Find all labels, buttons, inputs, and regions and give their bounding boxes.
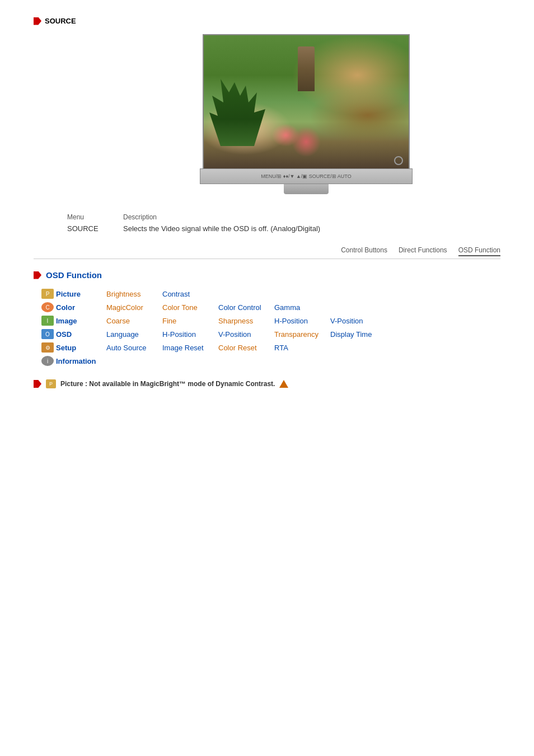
table-source-desc: Selects the Video signal while the OSD i… — [123, 223, 337, 235]
osd-icon-cell-osd: O — [39, 329, 56, 339]
osd-icon: O — [41, 329, 54, 339]
osd-header: OSD Function — [34, 270, 500, 280]
table-desc-header: Description — [123, 211, 337, 223]
osd-grid: P Picture Brightness Contrast C Color Ma… — [39, 289, 500, 366]
osd-category-picture[interactable]: Picture — [56, 290, 106, 298]
osd-item-rta[interactable]: RTA — [274, 344, 330, 352]
osd-item-displaytime[interactable]: Display Time — [330, 330, 386, 339]
osd-category-osd[interactable]: OSD — [56, 330, 106, 339]
setup-icon: ⚙ — [41, 342, 54, 353]
osd-item-coarse[interactable]: Coarse — [106, 317, 162, 325]
source-label: SOURCE — [45, 17, 76, 25]
color-icon: C — [41, 302, 54, 312]
osd-item-transparency[interactable]: Transparency — [274, 330, 330, 339]
tab-osd-function[interactable]: OSD Function — [458, 246, 500, 256]
tab-control-buttons[interactable]: Control Buttons — [341, 246, 387, 256]
note-warning-icon — [279, 380, 288, 388]
osd-icon-cell-setup: ⚙ — [39, 342, 56, 353]
source-header: SOURCE — [34, 17, 500, 25]
osd-row-color: C Color MagicColor Color Tone Color Cont… — [39, 302, 500, 312]
osd-item-brightness[interactable]: Brightness — [106, 290, 162, 298]
osd-item-autosource[interactable]: Auto Source — [106, 344, 162, 352]
osd-items-image: Coarse Fine Sharpness H-Position V-Posit… — [106, 317, 386, 325]
table-menu-header: Menu — [67, 211, 123, 223]
osd-item-hposition-osd[interactable]: H-Position — [162, 330, 218, 339]
osd-icon-cell-picture: P — [39, 289, 56, 299]
osd-item-hposition-image[interactable]: H-Position — [274, 317, 330, 325]
osd-item-magiccolor[interactable]: MagicColor — [106, 303, 162, 312]
osd-items-color: MagicColor Color Tone Color Control Gamm… — [106, 303, 330, 312]
description-table: Menu Description SOURCE Selects the Vide… — [67, 211, 500, 235]
osd-item-contrast[interactable]: Contrast — [162, 290, 218, 298]
note-arrow-icon — [34, 380, 41, 388]
osd-title: OSD Function — [46, 270, 102, 280]
osd-row-image: I Image Coarse Fine Sharpness H-Position… — [39, 316, 500, 326]
osd-items-picture: Brightness Contrast — [106, 290, 218, 298]
osd-item-fine[interactable]: Fine — [162, 317, 218, 325]
osd-row-osd: O OSD Language H-Position V-Position Tra… — [39, 329, 500, 339]
osd-arrow-icon — [34, 271, 41, 279]
monitor-stand — [284, 184, 329, 194]
info-icon: i — [41, 356, 54, 366]
osd-category-setup[interactable]: Setup — [56, 344, 106, 352]
picture-icon: P — [41, 289, 54, 299]
osd-category-image[interactable]: Image — [56, 317, 106, 325]
osd-item-colorreset[interactable]: Color Reset — [218, 344, 274, 352]
osd-category-information[interactable]: Information — [56, 357, 106, 365]
tab-direct-functions[interactable]: Direct Functions — [399, 246, 447, 256]
osd-item-sharpness[interactable]: Sharpness — [218, 317, 274, 325]
osd-section: OSD Function P Picture Brightness Contra… — [34, 270, 500, 366]
osd-item-imagereset[interactable]: Image Reset — [162, 344, 218, 352]
monitor-image: MENU/⊞ ♦♦/▼ ▲/▣ SOURCE/⊞ AUTO — [112, 34, 500, 194]
nav-tabs: Control Buttons Direct Functions OSD Fun… — [34, 246, 500, 259]
osd-item-language[interactable]: Language — [106, 330, 162, 339]
osd-row-information: i Information — [39, 356, 500, 366]
note-picture-icon: P — [46, 379, 56, 388]
table-source-label: SOURCE — [67, 223, 123, 235]
osd-icon-cell-image: I — [39, 316, 56, 326]
note-section: P Picture : Not available in MagicBright… — [34, 379, 500, 388]
source-arrow-icon — [34, 17, 41, 25]
monitor-buttons-label: MENU/⊞ ♦♦/▼ ▲/▣ SOURCE/⊞ AUTO — [261, 173, 351, 179]
osd-item-vposition-osd[interactable]: V-Position — [218, 330, 274, 339]
monitor-screen — [203, 34, 410, 168]
osd-items-setup: Auto Source Image Reset Color Reset RTA — [106, 344, 330, 352]
image-icon: I — [41, 316, 54, 326]
osd-item-vposition-image[interactable]: V-Position — [330, 317, 386, 325]
osd-icon-cell-info: i — [39, 356, 56, 366]
monitor-base: MENU/⊞ ♦♦/▼ ▲/▣ SOURCE/⊞ AUTO — [200, 168, 413, 184]
osd-item-colorcontrol[interactable]: Color Control — [218, 303, 274, 312]
monitor-trees-decoration — [209, 79, 265, 146]
osd-category-color[interactable]: Color — [56, 303, 106, 312]
osd-icon-cell-color: C — [39, 302, 56, 312]
osd-row-setup: ⚙ Setup Auto Source Image Reset Color Re… — [39, 342, 500, 353]
osd-items-osd: Language H-Position V-Position Transpare… — [106, 330, 386, 339]
osd-item-colortone[interactable]: Color Tone — [162, 303, 218, 312]
osd-item-gamma[interactable]: Gamma — [274, 303, 330, 312]
monitor-power-button — [394, 156, 403, 165]
osd-row-picture: P Picture Brightness Contrast — [39, 289, 500, 299]
note-text: Picture : Not available in MagicBright™ … — [60, 380, 275, 388]
